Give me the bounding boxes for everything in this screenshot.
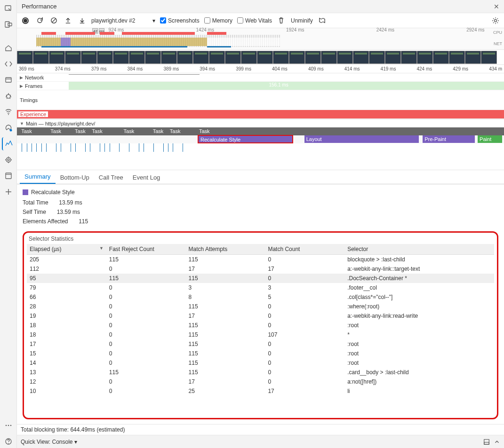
download-button[interactable] — [77, 16, 87, 25]
reload-button[interactable] — [35, 16, 44, 25]
filmstrip-frame[interactable] — [289, 51, 305, 64]
settings-icon[interactable] — [491, 16, 500, 25]
filmstrip-frame[interactable] — [81, 51, 97, 64]
flame-task[interactable]: Task — [168, 127, 182, 135]
sources-icon[interactable] — [2, 73, 15, 86]
stats-row[interactable]: 79033.footer__col — [27, 283, 494, 292]
filmstrip-frame[interactable] — [385, 51, 401, 64]
network-icon[interactable] — [2, 105, 15, 118]
device-icon[interactable] — [2, 18, 15, 31]
filmstrip-frame[interactable] — [481, 51, 497, 64]
filmstrip-frame[interactable] — [465, 51, 481, 64]
collapse-icon[interactable] — [494, 439, 500, 445]
filmstrip-frame[interactable] — [321, 51, 337, 64]
map-icon[interactable] — [318, 16, 327, 25]
filmstrip-frame[interactable] — [177, 51, 193, 64]
filmstrip-frame[interactable] — [257, 51, 273, 64]
filmstrip-frame[interactable] — [241, 51, 257, 64]
stats-row[interactable]: 2051151150blockquote > :last-child — [27, 255, 494, 264]
tab-bottomup[interactable]: Bottom-Up — [56, 171, 94, 184]
timings-track-label[interactable]: Timings — [20, 97, 38, 103]
application-icon[interactable] — [2, 169, 15, 182]
filmstrip-frame[interactable] — [337, 51, 353, 64]
flame-chart[interactable]: Task Task Task Task Task Task Task Task … — [17, 127, 504, 170]
target-select[interactable]: playwright.dev #2 — [91, 17, 148, 24]
stats-header[interactable]: Elapsed (µs)▼ — [27, 244, 106, 255]
flame-task[interactable]: Task — [151, 127, 165, 135]
expand-icon[interactable]: ▶ — [20, 75, 23, 80]
upload-button[interactable] — [63, 16, 72, 25]
filmstrip-frame[interactable] — [65, 51, 81, 64]
stats-row[interactable]: 1002517li — [27, 386, 494, 396]
filmstrip-frame[interactable] — [369, 51, 385, 64]
stats-row[interactable]: 180115107* — [27, 330, 494, 339]
trash-button[interactable] — [277, 16, 286, 25]
bug-icon[interactable] — [2, 89, 15, 102]
quick-view-select[interactable]: Console — [52, 439, 72, 445]
flame-task[interactable]: Task — [73, 127, 87, 135]
close-icon[interactable]: ✕ — [494, 3, 499, 10]
flame-paint[interactable]: Paint — [478, 135, 502, 143]
elements-icon[interactable] — [2, 57, 15, 71]
stats-row[interactable]: 190170a:-webkit-any-link:read-write — [27, 311, 494, 321]
webvitals-checkbox[interactable]: Web Vitals — [237, 17, 272, 24]
filmstrip-frame[interactable] — [433, 51, 449, 64]
filmstrip-frame[interactable] — [161, 51, 177, 64]
add-icon[interactable] — [2, 185, 15, 198]
record-button[interactable] — [21, 16, 30, 25]
home-icon[interactable] — [2, 41, 15, 55]
dropdown-icon[interactable]: ▾ — [74, 439, 77, 445]
filmstrip-frame[interactable] — [129, 51, 145, 64]
stats-row[interactable]: 120170a:not([href]) — [27, 377, 494, 386]
stats-row[interactable]: 11201717a:-webkit-any-link::target-text — [27, 264, 494, 274]
stats-row[interactable]: 1801150:root — [27, 321, 494, 330]
tab-calltree[interactable]: Call Tree — [94, 171, 128, 184]
stats-row[interactable]: 131151150.card__body > :last-child — [27, 368, 494, 377]
filmstrip-frame[interactable] — [417, 51, 433, 64]
filmstrip-frame[interactable] — [225, 51, 241, 64]
filmstrip-frame[interactable] — [353, 51, 369, 64]
flame-task[interactable]: Task — [197, 127, 499, 135]
stats-row[interactable]: 1401150:root — [27, 358, 494, 368]
stats-row[interactable]: 951151150.DocSearch-Container * — [27, 274, 494, 283]
filmstrip-frame[interactable] — [17, 51, 33, 64]
stats-row[interactable]: 2801150:where(:root) — [27, 302, 494, 311]
help-icon[interactable] — [2, 435, 15, 448]
dock-icon[interactable] — [483, 439, 490, 445]
filmstrip-frame[interactable] — [305, 51, 321, 64]
flame-recalculate-style[interactable]: Recalculate Style — [198, 135, 293, 143]
flame-task[interactable]: Task — [90, 127, 104, 135]
flame-task[interactable]: Task — [48, 127, 62, 135]
flame-task[interactable]: Task — [19, 127, 33, 135]
stats-row[interactable]: 66085.col[class*="col--"] — [27, 292, 494, 302]
filmstrip-frame[interactable] — [449, 51, 465, 64]
stats-row[interactable]: 1701150:root — [27, 339, 494, 349]
inspect-icon[interactable] — [2, 2, 15, 15]
stats-header[interactable]: Match Count — [265, 244, 344, 255]
filmstrip-frame[interactable] — [193, 51, 209, 64]
memory-icon[interactable] — [2, 153, 15, 166]
experience-track-label[interactable]: Experience — [18, 111, 48, 118]
flame-task[interactable]: Task — [122, 127, 136, 135]
main-thread-header[interactable]: ▼Main — https://playwright.dev/ — [17, 119, 504, 127]
stats-header[interactable]: Match Attempts — [186, 244, 265, 255]
tab-eventlog[interactable]: Event Log — [128, 171, 165, 184]
more-icon[interactable] — [2, 419, 15, 432]
lighthouse-icon[interactable] — [2, 121, 15, 134]
flame-prepaint[interactable]: Pre-Paint — [423, 135, 475, 143]
filmstrip-frame[interactable] — [209, 51, 225, 64]
filmstrip-frame[interactable] — [273, 51, 289, 64]
filmstrip[interactable] — [17, 50, 504, 65]
dropdown-icon[interactable]: ▾ — [152, 17, 155, 24]
overview-timeline[interactable]: 924 ms 1424 ms 1924 ms 2424 ms 2924 ms 4… — [17, 28, 504, 50]
filmstrip-frame[interactable] — [113, 51, 129, 64]
stats-row[interactable]: 1501150:root — [27, 349, 494, 358]
memory-checkbox[interactable]: Memory — [204, 17, 232, 24]
clear-button[interactable] — [49, 16, 58, 25]
filmstrip-frame[interactable] — [145, 51, 161, 64]
filmstrip-frame[interactable] — [49, 51, 65, 64]
network-track-label[interactable]: Network — [25, 75, 44, 80]
filmstrip-frame[interactable] — [33, 51, 49, 64]
flame-layout[interactable]: Layout — [304, 135, 419, 143]
frames-track-label[interactable]: Frames — [25, 83, 42, 89]
